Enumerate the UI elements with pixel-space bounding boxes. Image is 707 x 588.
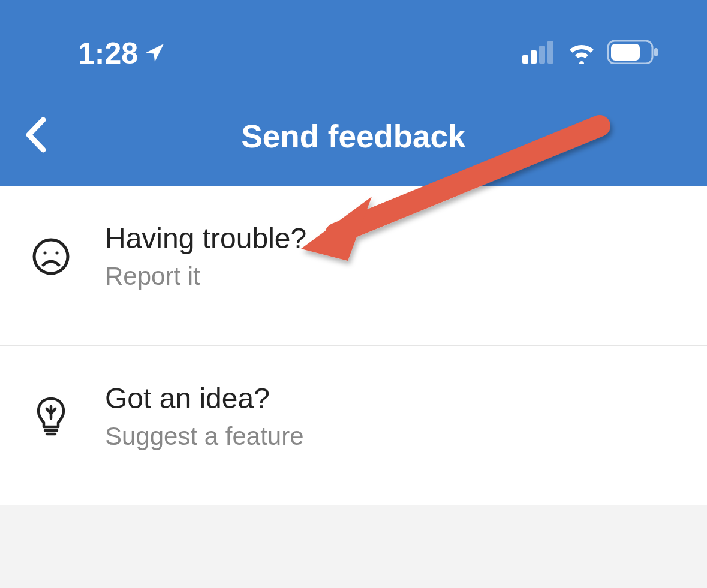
svg-point-7 — [34, 240, 68, 273]
sad-face-icon — [30, 236, 72, 278]
option-title: Having trouble? — [105, 222, 306, 255]
option-text: Got an idea? Suggest a feature — [105, 382, 304, 451]
status-bar-right — [522, 40, 659, 67]
app-header: 1:28 — [0, 0, 707, 186]
svg-rect-0 — [522, 55, 528, 64]
svg-rect-2 — [539, 46, 545, 64]
status-time: 1:28 — [78, 36, 138, 71]
option-text: Having trouble? Report it — [105, 222, 306, 291]
option-title: Got an idea? — [105, 382, 304, 415]
lightbulb-icon — [30, 396, 72, 438]
svg-rect-1 — [531, 50, 537, 64]
nav-bar: Send feedback — [0, 110, 707, 162]
footer-space — [0, 505, 707, 588]
back-button[interactable] — [18, 110, 54, 162]
svg-rect-6 — [654, 48, 658, 56]
svg-rect-5 — [611, 44, 640, 61]
svg-point-9 — [56, 251, 59, 254]
status-bar-left: 1:28 — [78, 36, 166, 71]
content-area: Having trouble? Report it Got an idea? S… — [0, 186, 707, 505]
svg-point-8 — [44, 251, 47, 254]
svg-rect-3 — [547, 41, 553, 64]
option-suggest-feature[interactable]: Got an idea? Suggest a feature — [0, 346, 707, 505]
page-title: Send feedback — [241, 118, 465, 155]
option-subtitle: Report it — [105, 262, 306, 291]
cellular-signal-icon — [522, 41, 556, 66]
option-report-trouble[interactable]: Having trouble? Report it — [0, 186, 707, 346]
option-subtitle: Suggest a feature — [105, 422, 304, 451]
status-bar: 1:28 — [0, 0, 707, 71]
location-icon — [144, 36, 166, 71]
battery-icon — [607, 40, 659, 67]
wifi-icon — [567, 41, 597, 66]
